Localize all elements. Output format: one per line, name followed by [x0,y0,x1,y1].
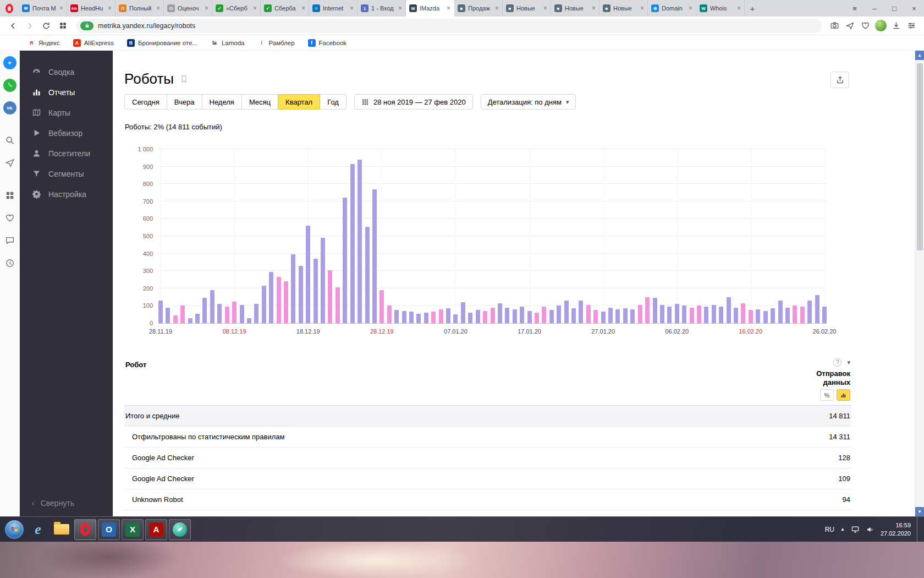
chart-bar[interactable] [749,310,753,323]
table-row[interactable]: Отфильтрованы по статистическим правилам… [124,427,851,448]
vk-icon[interactable]: VK [3,101,16,114]
chart-bar[interactable] [195,314,200,323]
bookmark-item[interactable]: /Рамблер [258,39,295,47]
period-button[interactable]: Год [320,94,346,110]
chart-bar[interactable] [387,306,392,323]
chart-bar[interactable] [232,302,237,324]
chart-bar[interactable] [453,314,458,323]
minimize-button[interactable]: – [865,0,884,17]
table-row[interactable]: Unknown Robot94 [124,489,851,510]
chart-bar[interactable] [299,266,303,323]
chart-bar[interactable] [630,309,635,323]
browser-tab[interactable]: 11 - Вход× [358,0,406,17]
forward-icon[interactable] [22,18,37,34]
history-icon[interactable] [3,257,16,270]
table-row[interactable]: Google Ad Checker128 [124,448,851,468]
url-field[interactable]: metrika.yandex.ru/legacy/robots [76,19,822,33]
chart-bar[interactable] [173,315,178,323]
chart-bar[interactable] [372,189,377,323]
secure-lock-icon[interactable] [80,21,94,30]
chart-bar[interactable] [240,305,244,323]
taskbar-acrobat-icon[interactable]: A [145,519,167,540]
chart-bar[interactable] [291,254,295,323]
chart-bar[interactable] [269,272,273,323]
date-range-button[interactable]: 28 ноя 2019 — 27 фев 2020 [354,94,473,110]
sidebar-item-gear[interactable]: Настройка [20,184,113,204]
chart-bar[interactable] [697,306,701,323]
chart-bar[interactable] [350,164,355,323]
sidebar-item-person[interactable]: Посетители [20,143,113,163]
close-button[interactable]: × [904,0,924,17]
chart-bar[interactable] [593,310,598,323]
detalization-dropdown[interactable]: Детализация: по дням ▾ [481,94,576,110]
chart-bar[interactable] [815,295,820,323]
bookmark-item[interactable]: laLamoda [211,39,245,47]
sidebar-item-funnel[interactable]: Сегменты [20,163,113,184]
chart-bar[interactable] [328,270,332,323]
chart-bar[interactable] [314,259,318,323]
chart-bar[interactable] [394,310,399,323]
sidebar-item-map[interactable]: Карты [20,102,113,123]
chart-bar[interactable] [535,313,539,323]
taskbar-explorer-icon[interactable] [51,519,73,540]
downloads-icon[interactable] [889,19,903,33]
reload-icon[interactable] [38,18,54,34]
opera-logo-icon[interactable] [0,0,19,17]
chart-bar[interactable] [785,308,790,323]
chart-bar[interactable] [336,287,340,323]
chart-bar[interactable] [557,306,561,323]
browser-tab[interactable]: OОценоч× [164,0,212,17]
tab-close-icon[interactable]: × [447,4,450,12]
period-button[interactable]: Месяц [242,94,278,110]
browser-tab[interactable]: ■Новые× [503,0,551,17]
column-menu-caret-icon[interactable]: ▾ [847,359,850,366]
chart-bar[interactable] [807,301,812,323]
chart-bar[interactable] [579,301,583,323]
chart-bar[interactable] [468,313,472,323]
scroll-up-arrow[interactable]: ▲ [915,51,924,60]
chart-bar[interactable] [793,306,797,323]
chart-bar[interactable] [439,309,443,323]
chart-bar[interactable] [188,318,193,323]
chart-bar[interactable] [513,309,517,323]
chart-bar[interactable] [262,286,266,323]
chart-bar[interactable] [771,308,775,323]
chart-bar[interactable] [653,298,657,323]
export-button[interactable] [831,72,849,88]
language-indicator[interactable]: RU [825,526,834,533]
bookmark-item[interactable]: AAliExpress [73,39,114,47]
chart-bar[interactable] [210,290,215,323]
chart-bar[interactable] [321,238,325,323]
bookmark-item[interactable]: ЯЯндекс [28,39,60,47]
chart-bar[interactable] [542,307,546,323]
chart-bar[interactable] [660,305,664,323]
sidebar-item-bars[interactable]: Отчеты [20,82,113,102]
tab-close-icon[interactable]: × [398,4,402,12]
url-text[interactable]: metrika.yandex.ru/legacy/robots [98,22,195,30]
browser-tab[interactable]: WWhois× [696,0,745,17]
chart-bar[interactable] [601,312,606,323]
period-button[interactable]: Квартал [278,94,320,110]
bookmark-heart-icon[interactable] [858,19,872,33]
help-icon[interactable]: ? [833,358,842,367]
tab-close-icon[interactable]: × [640,4,644,12]
period-button[interactable]: Вчера [167,94,202,110]
chart-bar[interactable] [712,305,716,323]
table-header-metric[interactable]: Отправок данных [816,369,850,386]
chart-bar[interactable] [225,307,229,323]
chart-bar[interactable] [402,311,406,323]
sidebar-item-gauge[interactable]: Сводка [20,62,113,82]
chart-bar[interactable] [727,297,731,323]
chart-bar[interactable] [734,308,738,323]
browser-tab[interactable]: ≡Internet× [309,0,358,17]
new-tab-button[interactable]: + [745,0,760,17]
table-row[interactable]: Итого и средние14 811 [124,406,851,427]
chart-bar[interactable] [586,305,591,323]
period-button[interactable]: Сегодня [124,94,167,110]
chart-bar[interactable] [180,306,185,323]
chart-bar[interactable] [527,311,532,323]
chart-bar[interactable] [505,308,509,323]
tab-close-icon[interactable]: × [495,4,499,12]
chart-bar[interactable] [741,303,745,323]
browser-tab[interactable]: ✉Почта М× [19,0,67,17]
